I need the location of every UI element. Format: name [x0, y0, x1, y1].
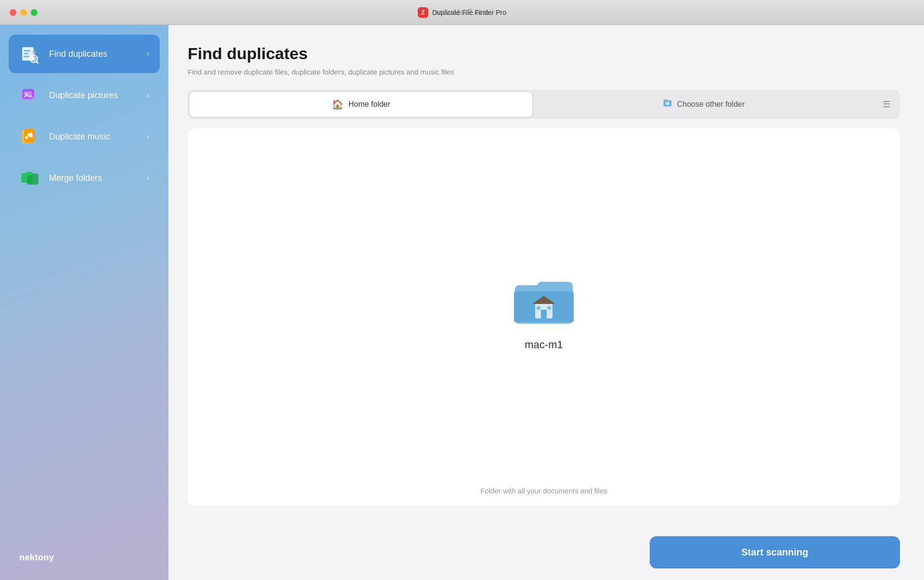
choose-folder-tab-icon	[663, 98, 672, 110]
brand-label: nektony	[9, 545, 160, 570]
start-scanning-button[interactable]: Start scanning	[650, 536, 900, 568]
window-controls	[10, 9, 38, 16]
svg-rect-21	[547, 306, 551, 310]
content-main: Find duplicates Find and remove duplicat…	[168, 25, 924, 525]
close-button[interactable]	[10, 9, 16, 16]
svg-line-6	[36, 61, 38, 63]
folder-tabs-menu-button[interactable]: ☰	[875, 93, 898, 115]
svg-rect-19	[541, 310, 547, 318]
sidebar-label-duplicate-pictures: Duplicate pictures	[49, 90, 138, 101]
sidebar-label-duplicate-music: Duplicate music	[49, 132, 138, 142]
folder-tabs: 🏠 Home folder Choose other folder ☰	[188, 89, 900, 119]
folder-name-label: mac-m1	[525, 339, 563, 351]
app-title: Duplicate File Finder Pro	[432, 9, 506, 16]
merge-folders-icon	[19, 167, 40, 189]
folder-display-area: mac-m1 Folder with all your documents an…	[188, 128, 900, 505]
chevron-icon-find-duplicates: ›	[147, 50, 149, 58]
page-title: Find duplicates	[188, 44, 900, 63]
svg-rect-3	[24, 56, 29, 57]
page-subtitle: Find and remove duplicate files, duplica…	[188, 68, 900, 76]
tab-home-folder[interactable]: 🏠 Home folder	[190, 92, 532, 117]
tab-choose-other-folder-label: Choose other folder	[677, 100, 745, 109]
folder-visual: mac-m1	[510, 273, 578, 351]
content-area: Find duplicates Find and remove duplicat…	[168, 25, 924, 580]
title-bar: Z Duplicate File Finder Pro www.Mac7.com	[0, 0, 924, 25]
duplicate-pictures-icon	[19, 85, 40, 106]
svg-text:🔍: 🔍	[32, 50, 38, 56]
svg-point-5	[32, 57, 36, 61]
find-duplicates-icon: 🔍	[19, 43, 40, 64]
svg-rect-1	[24, 50, 30, 51]
sidebar-item-find-duplicates[interactable]: 🔍 Find duplicates ›	[9, 35, 160, 73]
tab-home-folder-label: Home folder	[348, 100, 390, 109]
svg-rect-16	[666, 102, 669, 105]
folder-description: Folder with all your documents and files	[480, 487, 607, 495]
sidebar-label-merge-folders: Merge folders	[49, 173, 138, 183]
svg-rect-2	[24, 53, 28, 54]
sidebar-label-find-duplicates: Find duplicates	[49, 49, 138, 59]
main-layout: 🔍 Find duplicates › Duplicate pictures ›	[0, 25, 924, 580]
svg-rect-20	[537, 306, 540, 310]
app-logo: Z	[418, 7, 428, 18]
minimize-button[interactable]	[20, 9, 27, 16]
sidebar-item-merge-folders[interactable]: Merge folders ›	[9, 159, 160, 197]
sidebar-item-duplicate-music[interactable]: Duplicate music ›	[9, 117, 160, 156]
chevron-icon-merge-folders: ›	[147, 174, 149, 182]
tab-choose-other-folder[interactable]: Choose other folder	[532, 91, 875, 117]
home-folder-tab-icon: 🏠	[332, 99, 344, 110]
chevron-icon-duplicate-music: ›	[147, 132, 149, 141]
maximize-button[interactable]	[31, 9, 38, 16]
svg-point-14	[25, 136, 28, 139]
chevron-icon-duplicate-pictures: ›	[147, 91, 149, 100]
sidebar: 🔍 Find duplicates › Duplicate pictures ›	[0, 25, 168, 580]
bottom-bar: Start scanning	[168, 525, 924, 580]
title-bar-text: Z Duplicate File Finder Pro	[418, 7, 506, 18]
svg-point-15	[30, 135, 33, 138]
home-folder-icon	[510, 273, 578, 331]
duplicate-music-icon	[19, 126, 40, 147]
sidebar-item-duplicate-pictures[interactable]: Duplicate pictures ›	[9, 76, 160, 114]
